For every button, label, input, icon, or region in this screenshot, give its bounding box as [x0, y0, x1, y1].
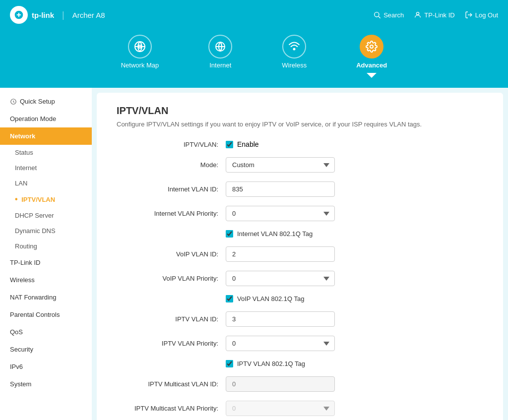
sidebar-item-wireless[interactable]: Wireless	[0, 271, 92, 289]
iptv-vlan-id-control	[226, 311, 335, 327]
sidebar-label-qos: QoS	[10, 328, 23, 336]
iptv-vlan-id-input[interactable]	[226, 311, 335, 327]
internet-vlan-priority-control: 0123 4567	[226, 206, 335, 221]
voip-vlan-tag-row: VoIP VLAN 802.1Q Tag	[117, 295, 483, 302]
nav-advanced-icon	[360, 35, 383, 59]
sidebar-item-lan[interactable]: LAN	[0, 176, 92, 191]
iptv-vlan-tag-checkbox[interactable]	[226, 360, 233, 367]
voip-vlan-priority-label: VoIP VLAN Priority:	[117, 275, 226, 282]
iptv-vlan-enable-row: IPTV/VLAN: Enable	[117, 140, 483, 148]
voip-vlan-id-label: VoIP VLAN ID:	[117, 250, 226, 258]
sidebar-label-tplink-id: TP-Link ID	[10, 259, 40, 266]
page-description: Configure IPTV/VLAN settings if you want…	[117, 120, 483, 128]
sidebar-item-network[interactable]: Network	[0, 127, 92, 145]
iptv-vlan-enable-label[interactable]: Enable	[237, 140, 259, 148]
nav-wireless[interactable]: Wireless	[257, 30, 331, 83]
nav-internet-icon	[208, 35, 232, 59]
iptv-multicast-vlan-priority-row: IPTV Multicast VLAN Priority: 0123 4567	[117, 401, 483, 416]
sidebar-label-parental-controls: Parental Controls	[10, 311, 60, 318]
iptv-multicast-vlan-priority-label: IPTV Multicast VLAN Priority:	[117, 405, 226, 412]
voip-vlan-priority-control: 0123 4567	[226, 271, 335, 286]
voip-vlan-priority-row: VoIP VLAN Priority: 0123 4567	[117, 271, 483, 286]
nav-network-map[interactable]: Network Map	[96, 30, 184, 83]
sidebar-label-wireless: Wireless	[10, 276, 35, 284]
voip-vlan-tag-label[interactable]: VoIP VLAN 802.1Q Tag	[226, 295, 304, 302]
main-layout: Quick Setup Operation Mode Network Statu…	[0, 88, 508, 420]
nav-internet[interactable]: Internet	[184, 30, 257, 83]
internet-vlan-tag-label[interactable]: Internet VLAN 802.1Q Tag	[226, 230, 313, 238]
iptv-multicast-vlan-priority-select[interactable]: 0123 4567	[226, 401, 335, 416]
internet-vlan-priority-select[interactable]: 0123 4567	[226, 206, 335, 221]
iptv-multicast-vlan-id-row: IPTV Multicast VLAN ID:	[117, 376, 483, 392]
page-title: IPTV/VLAN	[117, 105, 483, 117]
sidebar-label-dynamic-dns: Dynamic DNS	[15, 227, 56, 235]
svg-point-3	[417, 12, 419, 15]
model-name: Archer A8	[72, 11, 105, 19]
sidebar-item-internet[interactable]: Internet	[0, 160, 92, 176]
voip-vlan-id-input[interactable]	[226, 246, 335, 262]
iptv-vlan-tag-label[interactable]: IPTV VLAN 802.1Q Tag	[226, 360, 305, 367]
nav-internet-label: Internet	[209, 61, 231, 69]
logo-separator: |	[62, 10, 64, 20]
sidebar-item-system[interactable]: System	[0, 375, 92, 393]
sidebar-item-operation-mode[interactable]: Operation Mode	[0, 110, 92, 127]
nav-advanced[interactable]: Advanced	[331, 30, 412, 83]
sidebar-item-routing[interactable]: Routing	[0, 239, 92, 254]
logout-label: Log Out	[475, 11, 498, 19]
voip-vlan-tag-checkbox[interactable]	[226, 295, 233, 302]
iptv-vlan-enable-checkbox[interactable]	[226, 141, 233, 148]
iptv-vlan-priority-select[interactable]: 0123 4567	[226, 336, 335, 351]
svg-point-8	[370, 45, 373, 48]
sidebar-item-iptv-vlan[interactable]: • IPTV/VLAN	[0, 191, 92, 208]
tplink-id-button[interactable]: TP-Link ID	[414, 11, 454, 19]
content-area: IPTV/VLAN Configure IPTV/VLAN settings i…	[97, 93, 503, 420]
voip-vlan-id-row: VoIP VLAN ID:	[117, 246, 483, 262]
nav-advanced-label: Advanced	[356, 61, 387, 69]
internet-vlan-tag-checkbox[interactable]	[226, 230, 233, 238]
logout-button[interactable]: Log Out	[465, 11, 498, 19]
svg-point-7	[294, 49, 295, 50]
nav-bar: Network Map Internet Wireless Advanced	[0, 30, 508, 88]
sidebar: Quick Setup Operation Mode Network Statu…	[0, 88, 92, 420]
search-button[interactable]: Search	[373, 11, 404, 19]
internet-vlan-id-input[interactable]	[226, 181, 335, 197]
nav-network-map-label: Network Map	[121, 61, 159, 69]
voip-vlan-priority-select[interactable]: 0123 4567	[226, 271, 335, 286]
sidebar-item-security[interactable]: Security	[0, 341, 92, 358]
sidebar-item-ipv6[interactable]: IPv6	[0, 358, 92, 375]
sidebar-label-quick-setup: Quick Setup	[20, 98, 55, 105]
sidebar-label-internet: Internet	[15, 164, 37, 172]
internet-vlan-id-control	[226, 181, 335, 197]
nav-wireless-icon	[282, 35, 306, 59]
nav-network-map-icon	[128, 35, 152, 59]
iptv-vlan-id-row: IPTV VLAN ID:	[117, 311, 483, 327]
internet-vlan-tag-row: Internet VLAN 802.1Q Tag	[117, 230, 483, 238]
header: tp-link | Archer A8 Search TP-Link ID Lo…	[0, 0, 508, 30]
sidebar-item-tplink-id[interactable]: TP-Link ID	[0, 254, 92, 271]
mode-select[interactable]: Custom Bridge ISP1 ISP2	[226, 157, 335, 173]
sidebar-label-lan: LAN	[15, 180, 27, 187]
brand-name: tp-link	[32, 11, 54, 19]
internet-vlan-id-label: Internet VLAN ID:	[117, 185, 226, 193]
sidebar-label-iptv-vlan: IPTV/VLAN	[21, 196, 55, 203]
iptv-vlan-priority-row: IPTV VLAN Priority: 0123 4567	[117, 336, 483, 351]
sidebar-item-dhcp-server[interactable]: DHCP Server	[0, 208, 92, 223]
sidebar-label-operation-mode: Operation Mode	[10, 115, 56, 122]
sidebar-item-parental-controls[interactable]: Parental Controls	[0, 306, 92, 323]
iptv-vlan-priority-label: IPTV VLAN Priority:	[117, 340, 226, 347]
iptv-vlan-id-label: IPTV VLAN ID:	[117, 315, 226, 323]
iptv-vlan-priority-control: 0123 4567	[226, 336, 335, 351]
logo-icon	[10, 6, 28, 24]
sidebar-label-dhcp-server: DHCP Server	[15, 212, 54, 219]
svg-point-1	[375, 12, 379, 17]
sidebar-item-status[interactable]: Status	[0, 145, 92, 160]
sidebar-item-quick-setup[interactable]: Quick Setup	[0, 93, 92, 110]
sidebar-item-qos[interactable]: QoS	[0, 323, 92, 341]
iptv-multicast-vlan-id-label: IPTV Multicast VLAN ID:	[117, 380, 226, 388]
internet-vlan-id-row: Internet VLAN ID:	[117, 181, 483, 197]
iptv-multicast-vlan-id-input[interactable]	[226, 376, 335, 392]
sidebar-label-ipv6: IPv6	[10, 363, 23, 370]
sidebar-item-nat-forwarding[interactable]: NAT Forwarding	[0, 289, 92, 306]
mode-label: Mode:	[117, 161, 226, 169]
sidebar-item-dynamic-dns[interactable]: Dynamic DNS	[0, 223, 92, 239]
